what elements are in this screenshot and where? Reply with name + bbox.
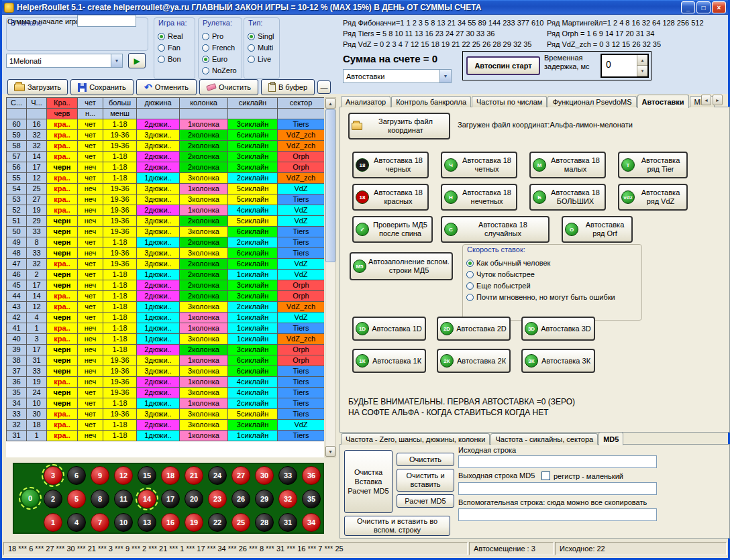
tabs-scroll-right-icon[interactable]: ► [713,95,723,105]
speed-option[interactable]: Чуток побыстрее [466,270,641,279]
radio-option-Fan[interactable]: Fan [158,43,195,52]
play-button[interactable]: ▶ [128,53,146,68]
md5-combo-button[interactable]: Очистка Вставка Расчет MD5 [344,450,393,513]
delay-spinner[interactable]: 0 ▲ ▼ [601,54,649,78]
radio-option-French[interactable]: French [202,43,242,52]
board-number-11[interactable]: 11 [114,490,133,508]
speed-option[interactable]: Еще побыстрей [466,281,641,290]
board-number-20[interactable]: 20 [185,490,203,508]
radio-option-Bon[interactable]: Bon [158,54,195,64]
md5-calc-button[interactable]: Расчет MD5 [397,494,454,508]
autobet-button[interactable]: ОАвтоставка ряд Orf [562,216,633,243]
close-button[interactable]: × [712,1,726,13]
board-number-7[interactable]: 7 [91,513,109,532]
board-number-8[interactable]: 8 [91,490,109,508]
autobet-button[interactable]: 1DАвтоставка 1D [352,317,426,341]
board-number-25[interactable]: 25 [231,513,250,532]
radio-option-Singl[interactable]: Singl [248,32,279,41]
board-number-29[interactable]: 29 [255,490,274,508]
speed-option[interactable]: Как обычный человек [466,258,641,268]
board-number-10[interactable]: 10 [114,513,133,532]
autobet-button[interactable]: МАвтоставка 18 малых [529,152,606,178]
board-number-1[interactable]: 1 [44,513,62,532]
autospin-start-button[interactable]: Автоспин старт [466,56,540,75]
profile-select[interactable]: 1Melonati ▼ [6,54,123,68]
board-number-28[interactable]: 28 [255,513,274,532]
main-tab[interactable]: Автоставки [637,95,689,108]
radio-option-Real[interactable]: Real [158,32,195,41]
board-number-22[interactable]: 22 [208,513,227,532]
autobet-button[interactable]: 2КАвтоставка 2К [437,349,511,373]
autobet-button[interactable]: ЧАвтоставка 18 четных [441,152,517,178]
speed-option[interactable]: Почти мгновенно, но могут быть ошибки [466,292,641,302]
spinner-down-icon[interactable]: ▼ [637,66,647,76]
minimize-button[interactable]: _ [681,1,695,13]
autobet-button[interactable]: 18Автоставка 18 красных [352,184,429,211]
board-number-17[interactable]: 17 [161,490,180,508]
main-tab[interactable]: Контроль банкролла [391,96,471,107]
aux-string-input[interactable] [458,508,657,521]
tabs-scroll-left-icon[interactable]: ◄ [701,95,711,105]
start-sum-input[interactable] [77,15,136,27]
board-number-27[interactable]: 27 [231,466,250,485]
autobets-select[interactable]: Автоставки ▼ [343,69,452,83]
autobet-button[interactable]: 1КАвтоставка 1К [352,349,426,373]
board-number-0[interactable]: 0 [21,489,40,508]
board-number-3[interactable]: 3 [44,466,62,485]
load-coords-button[interactable]: Загрузить файл координат [348,113,450,139]
autobet-button[interactable]: 3DАвтоставка 3D [521,317,595,341]
freq-tab[interactable]: Частота - сиклайны, сектора [490,433,598,445]
board-number-34[interactable]: 34 [302,513,321,532]
board-number-30[interactable]: 30 [255,466,274,485]
autobet-button[interactable]: НАвтоставка 18 нечетных [441,184,517,211]
maximize-button[interactable]: □ [696,1,711,13]
chevron-down-icon[interactable]: ▼ [111,54,122,67]
autobet-button[interactable]: vdzАвтоставка ряд VdZ [618,184,688,211]
board-number-6[interactable]: 6 [67,466,86,485]
scrollbar-thumb[interactable] [325,109,335,262]
board-number-5[interactable]: 5 [67,490,86,508]
clear-paste-aux-button[interactable]: Очистить и вставить во вспом. строку [344,516,450,536]
md5-output-input[interactable] [458,482,657,495]
board-number-9[interactable]: 9 [91,466,109,485]
main-tab[interactable]: Частоты по числам [472,96,547,107]
chevron-down-icon[interactable]: ▼ [439,70,451,82]
radio-option-Multi[interactable]: Multi [248,43,279,52]
board-number-23[interactable]: 23 [208,490,227,508]
board-number-2[interactable]: 2 [44,490,62,508]
main-tab[interactable]: Анализатор [341,96,390,107]
freq-tab[interactable]: MD5 [598,432,623,445]
radio-option-Live[interactable]: Live [248,54,279,64]
board-number-32[interactable]: 32 [278,490,297,508]
autobet-button[interactable]: 18Автоставка 18 черных [352,152,429,178]
autobet-button[interactable]: ✓Проверить МД5 после спина [352,216,433,243]
save-button[interactable]: Сохранить [70,79,134,95]
board-number-31[interactable]: 31 [278,513,297,532]
md5-clear-button[interactable]: Очистить [397,453,454,466]
scroll-down-icon[interactable]: ▼ [325,446,335,457]
board-number-13[interactable]: 13 [138,513,156,532]
board-number-19[interactable]: 19 [185,513,203,532]
autobet-button[interactable]: 3КАвтоставка 3К [521,349,595,373]
board-number-21[interactable]: 21 [185,466,203,485]
board-number-4[interactable]: 4 [67,513,86,532]
radio-option-Euro[interactable]: Euro [202,54,242,64]
autobet-button[interactable]: ТАвтоставка ряд Tier [618,152,688,178]
board-number-33[interactable]: 33 [278,466,297,485]
clear-button[interactable]: Очистить [199,79,258,95]
copy-to-buffer-button[interactable]: В буфер [261,79,315,95]
source-string-input[interactable] [458,455,657,468]
autobet-button[interactable]: 2DАвтоставка 2D [437,317,511,341]
autofill-md5-button[interactable]: М5 Автозаполнение вспом. строки МД5 [350,252,453,280]
board-number-36[interactable]: 36 [302,466,321,485]
undo-button[interactable]: ↶ Отменить [136,79,197,95]
board-number-26[interactable]: 26 [231,490,250,508]
board-number-12[interactable]: 12 [114,466,133,485]
radio-option-Pro[interactable]: Pro [202,32,242,41]
freq-tab[interactable]: Частота - Zero, шансы, дюжины, колонки [341,433,490,445]
spinner-up-icon[interactable]: ▲ [637,55,647,66]
md5-clear-paste-button[interactable]: Очистить и вставить [397,469,454,492]
radio-option-NoZero[interactable]: NoZero [202,66,242,75]
autobet-button[interactable]: БАвтоставка 18 БОЛЬШИХ [529,184,606,211]
autobet-button[interactable]: САвтоставка 18 случайных [441,216,550,243]
